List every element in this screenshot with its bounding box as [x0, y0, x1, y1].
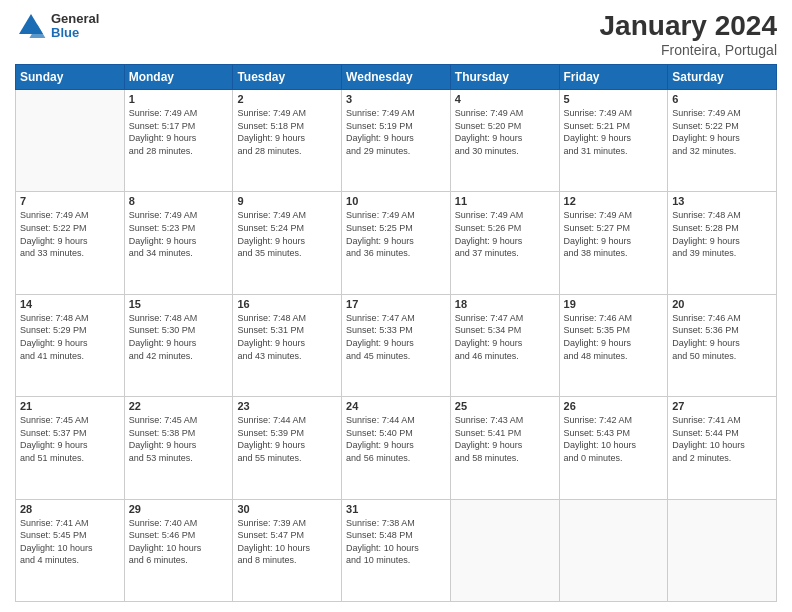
calendar-cell: 17Sunrise: 7:47 AM Sunset: 5:33 PM Dayli…: [342, 294, 451, 396]
calendar-title: January 2024: [600, 10, 777, 42]
day-info: Sunrise: 7:44 AM Sunset: 5:40 PM Dayligh…: [346, 414, 446, 464]
calendar-cell: 8Sunrise: 7:49 AM Sunset: 5:23 PM Daylig…: [124, 192, 233, 294]
calendar-subtitle: Fronteira, Portugal: [600, 42, 777, 58]
day-number: 12: [564, 195, 664, 207]
calendar-cell: 10Sunrise: 7:49 AM Sunset: 5:25 PM Dayli…: [342, 192, 451, 294]
weekday-header: Wednesday: [342, 65, 451, 90]
calendar-cell: 31Sunrise: 7:38 AM Sunset: 5:48 PM Dayli…: [342, 499, 451, 601]
calendar-week-row: 1Sunrise: 7:49 AM Sunset: 5:17 PM Daylig…: [16, 90, 777, 192]
logo-line1: General: [51, 12, 99, 26]
day-number: 7: [20, 195, 120, 207]
day-number: 6: [672, 93, 772, 105]
title-block: January 2024 Fronteira, Portugal: [600, 10, 777, 58]
day-info: Sunrise: 7:49 AM Sunset: 5:18 PM Dayligh…: [237, 107, 337, 157]
day-number: 14: [20, 298, 120, 310]
day-info: Sunrise: 7:41 AM Sunset: 5:45 PM Dayligh…: [20, 517, 120, 567]
calendar-cell: 14Sunrise: 7:48 AM Sunset: 5:29 PM Dayli…: [16, 294, 125, 396]
day-info: Sunrise: 7:48 AM Sunset: 5:31 PM Dayligh…: [237, 312, 337, 362]
calendar-cell: 25Sunrise: 7:43 AM Sunset: 5:41 PM Dayli…: [450, 397, 559, 499]
calendar-cell: 9Sunrise: 7:49 AM Sunset: 5:24 PM Daylig…: [233, 192, 342, 294]
weekday-header: Thursday: [450, 65, 559, 90]
calendar-table: SundayMondayTuesdayWednesdayThursdayFrid…: [15, 64, 777, 602]
day-info: Sunrise: 7:41 AM Sunset: 5:44 PM Dayligh…: [672, 414, 772, 464]
calendar-cell: 7Sunrise: 7:49 AM Sunset: 5:22 PM Daylig…: [16, 192, 125, 294]
calendar-cell: 16Sunrise: 7:48 AM Sunset: 5:31 PM Dayli…: [233, 294, 342, 396]
calendar-week-row: 14Sunrise: 7:48 AM Sunset: 5:29 PM Dayli…: [16, 294, 777, 396]
weekday-header: Monday: [124, 65, 233, 90]
day-info: Sunrise: 7:47 AM Sunset: 5:33 PM Dayligh…: [346, 312, 446, 362]
weekday-header: Sunday: [16, 65, 125, 90]
day-number: 16: [237, 298, 337, 310]
calendar-week-row: 28Sunrise: 7:41 AM Sunset: 5:45 PM Dayli…: [16, 499, 777, 601]
calendar-cell: 6Sunrise: 7:49 AM Sunset: 5:22 PM Daylig…: [668, 90, 777, 192]
calendar-cell: 12Sunrise: 7:49 AM Sunset: 5:27 PM Dayli…: [559, 192, 668, 294]
day-number: 24: [346, 400, 446, 412]
calendar-cell: 2Sunrise: 7:49 AM Sunset: 5:18 PM Daylig…: [233, 90, 342, 192]
day-number: 21: [20, 400, 120, 412]
day-info: Sunrise: 7:49 AM Sunset: 5:27 PM Dayligh…: [564, 209, 664, 259]
calendar-cell: 3Sunrise: 7:49 AM Sunset: 5:19 PM Daylig…: [342, 90, 451, 192]
day-info: Sunrise: 7:42 AM Sunset: 5:43 PM Dayligh…: [564, 414, 664, 464]
logo-icon: [15, 10, 47, 42]
weekday-row: SundayMondayTuesdayWednesdayThursdayFrid…: [16, 65, 777, 90]
day-number: 25: [455, 400, 555, 412]
day-info: Sunrise: 7:39 AM Sunset: 5:47 PM Dayligh…: [237, 517, 337, 567]
day-info: Sunrise: 7:40 AM Sunset: 5:46 PM Dayligh…: [129, 517, 229, 567]
day-info: Sunrise: 7:48 AM Sunset: 5:28 PM Dayligh…: [672, 209, 772, 259]
calendar-cell: 27Sunrise: 7:41 AM Sunset: 5:44 PM Dayli…: [668, 397, 777, 499]
calendar-cell: 24Sunrise: 7:44 AM Sunset: 5:40 PM Dayli…: [342, 397, 451, 499]
logo-line2: Blue: [51, 26, 99, 40]
day-info: Sunrise: 7:46 AM Sunset: 5:36 PM Dayligh…: [672, 312, 772, 362]
calendar-cell: 26Sunrise: 7:42 AM Sunset: 5:43 PM Dayli…: [559, 397, 668, 499]
day-number: 2: [237, 93, 337, 105]
calendar-cell: 29Sunrise: 7:40 AM Sunset: 5:46 PM Dayli…: [124, 499, 233, 601]
day-info: Sunrise: 7:45 AM Sunset: 5:38 PM Dayligh…: [129, 414, 229, 464]
calendar-cell: 13Sunrise: 7:48 AM Sunset: 5:28 PM Dayli…: [668, 192, 777, 294]
calendar-cell: [668, 499, 777, 601]
calendar-cell: 30Sunrise: 7:39 AM Sunset: 5:47 PM Dayli…: [233, 499, 342, 601]
day-info: Sunrise: 7:49 AM Sunset: 5:23 PM Dayligh…: [129, 209, 229, 259]
day-info: Sunrise: 7:49 AM Sunset: 5:25 PM Dayligh…: [346, 209, 446, 259]
day-number: 27: [672, 400, 772, 412]
day-number: 22: [129, 400, 229, 412]
day-number: 18: [455, 298, 555, 310]
day-number: 11: [455, 195, 555, 207]
day-number: 8: [129, 195, 229, 207]
day-info: Sunrise: 7:38 AM Sunset: 5:48 PM Dayligh…: [346, 517, 446, 567]
calendar-cell: 11Sunrise: 7:49 AM Sunset: 5:26 PM Dayli…: [450, 192, 559, 294]
calendar-cell: 23Sunrise: 7:44 AM Sunset: 5:39 PM Dayli…: [233, 397, 342, 499]
calendar-cell: [16, 90, 125, 192]
day-number: 1: [129, 93, 229, 105]
calendar-header: SundayMondayTuesdayWednesdayThursdayFrid…: [16, 65, 777, 90]
day-info: Sunrise: 7:47 AM Sunset: 5:34 PM Dayligh…: [455, 312, 555, 362]
day-info: Sunrise: 7:49 AM Sunset: 5:19 PM Dayligh…: [346, 107, 446, 157]
day-number: 19: [564, 298, 664, 310]
day-info: Sunrise: 7:45 AM Sunset: 5:37 PM Dayligh…: [20, 414, 120, 464]
day-number: 30: [237, 503, 337, 515]
day-info: Sunrise: 7:46 AM Sunset: 5:35 PM Dayligh…: [564, 312, 664, 362]
calendar-cell: 4Sunrise: 7:49 AM Sunset: 5:20 PM Daylig…: [450, 90, 559, 192]
day-info: Sunrise: 7:43 AM Sunset: 5:41 PM Dayligh…: [455, 414, 555, 464]
day-number: 13: [672, 195, 772, 207]
calendar-body: 1Sunrise: 7:49 AM Sunset: 5:17 PM Daylig…: [16, 90, 777, 602]
day-info: Sunrise: 7:48 AM Sunset: 5:29 PM Dayligh…: [20, 312, 120, 362]
day-info: Sunrise: 7:49 AM Sunset: 5:22 PM Dayligh…: [20, 209, 120, 259]
header: General Blue January 2024 Fronteira, Por…: [15, 10, 777, 58]
day-number: 9: [237, 195, 337, 207]
day-info: Sunrise: 7:49 AM Sunset: 5:17 PM Dayligh…: [129, 107, 229, 157]
logo-text: General Blue: [51, 12, 99, 41]
day-info: Sunrise: 7:49 AM Sunset: 5:24 PM Dayligh…: [237, 209, 337, 259]
logo: General Blue: [15, 10, 99, 42]
day-number: 28: [20, 503, 120, 515]
calendar-cell: 18Sunrise: 7:47 AM Sunset: 5:34 PM Dayli…: [450, 294, 559, 396]
calendar-week-row: 21Sunrise: 7:45 AM Sunset: 5:37 PM Dayli…: [16, 397, 777, 499]
calendar-cell: 15Sunrise: 7:48 AM Sunset: 5:30 PM Dayli…: [124, 294, 233, 396]
day-info: Sunrise: 7:49 AM Sunset: 5:22 PM Dayligh…: [672, 107, 772, 157]
calendar-cell: 22Sunrise: 7:45 AM Sunset: 5:38 PM Dayli…: [124, 397, 233, 499]
calendar-cell: [559, 499, 668, 601]
day-info: Sunrise: 7:49 AM Sunset: 5:21 PM Dayligh…: [564, 107, 664, 157]
calendar-cell: 5Sunrise: 7:49 AM Sunset: 5:21 PM Daylig…: [559, 90, 668, 192]
calendar-cell: 28Sunrise: 7:41 AM Sunset: 5:45 PM Dayli…: [16, 499, 125, 601]
calendar-cell: 20Sunrise: 7:46 AM Sunset: 5:36 PM Dayli…: [668, 294, 777, 396]
day-number: 10: [346, 195, 446, 207]
